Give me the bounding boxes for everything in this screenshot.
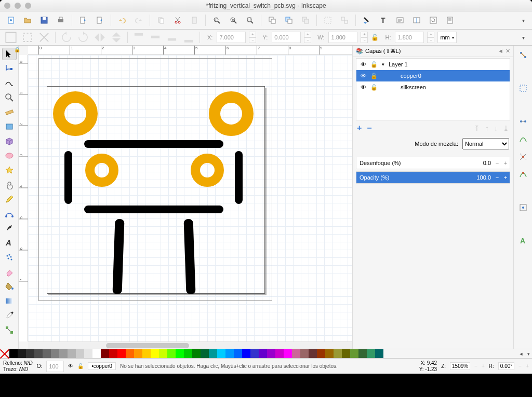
color-swatch[interactable] (59, 349, 68, 358)
rot-plus-button[interactable]: + (526, 363, 529, 369)
color-swatch[interactable] (217, 349, 225, 358)
ruler-horizontal[interactable]: 0123456789 (28, 46, 352, 55)
import-button[interactable] (76, 13, 90, 27)
color-swatch[interactable] (267, 349, 275, 358)
color-swatch[interactable] (176, 349, 184, 358)
color-swatch[interactable] (358, 349, 367, 358)
color-swatch[interactable] (9, 349, 18, 358)
color-swatch[interactable] (375, 349, 383, 358)
lock-status-icon[interactable]: 🔓 (77, 363, 84, 369)
bezier-tool[interactable] (2, 208, 17, 220)
redo-button[interactable] (132, 13, 145, 27)
node-tool[interactable] (2, 62, 17, 75)
w-input[interactable] (328, 32, 357, 43)
layer-lock-icon[interactable]: 🔓 (370, 61, 378, 68)
minimize-window-button[interactable] (15, 3, 21, 9)
layer-down-button[interactable]: ↓ (494, 124, 498, 132)
export-button[interactable] (93, 13, 107, 27)
swatch-none[interactable] (0, 349, 9, 359)
opacity-plus-button[interactable]: + (501, 174, 510, 181)
color-swatch[interactable] (68, 349, 76, 358)
rot-minus-button[interactable]: − (518, 363, 522, 369)
color-swatch[interactable] (367, 349, 375, 358)
layers-list[interactable]: 👁🔓▾Layer 1👁🔓copper0👁🔓silkscreen (356, 58, 510, 120)
color-swatch[interactable] (325, 349, 334, 358)
open-button[interactable] (21, 13, 34, 27)
3dbox-tool[interactable] (2, 135, 17, 147)
color-palette[interactable]: ◄ ▾ (0, 349, 532, 358)
palette-scroll-left[interactable]: ◄ (517, 349, 525, 358)
color-swatch[interactable] (309, 349, 317, 358)
color-swatch[interactable] (292, 349, 300, 358)
dropper-tool[interactable] (2, 309, 17, 322)
star-tool[interactable] (2, 164, 17, 176)
zoom-selection-button[interactable] (210, 13, 223, 27)
raise-button[interactable] (149, 31, 162, 44)
flip-h-button[interactable] (93, 31, 107, 44)
color-swatch[interactable] (101, 349, 109, 358)
layer-lock-icon[interactable]: 🔓 (370, 73, 378, 79)
color-swatch[interactable] (84, 349, 92, 358)
expand-icon[interactable]: ▾ (382, 62, 384, 67)
zoom-tool[interactable] (2, 91, 17, 104)
color-swatch[interactable] (300, 349, 309, 358)
snap-edge-button[interactable] (516, 167, 530, 182)
snap-nodes-button[interactable] (516, 114, 530, 129)
zoom-plus-button[interactable]: + (482, 363, 485, 369)
layer-lock-icon[interactable]: 🔓 (370, 84, 378, 91)
save-button[interactable] (37, 13, 51, 27)
ruler-vertical[interactable]: 01234567 (19, 55, 28, 341)
layer-row[interactable]: 👁🔓silkscreen (356, 81, 510, 93)
h-up[interactable]: + (427, 32, 434, 37)
snap-bbox-button[interactable] (516, 81, 530, 95)
flip-v-button[interactable] (110, 31, 123, 44)
blur-minus-button[interactable]: − (493, 160, 501, 166)
units-select[interactable]: mm▾ (437, 32, 456, 43)
y-input[interactable] (272, 32, 301, 43)
color-swatch[interactable] (117, 349, 126, 358)
pencil-tool[interactable] (2, 193, 17, 206)
blend-mode-select[interactable]: Normal (462, 138, 509, 149)
h-input[interactable] (395, 32, 424, 43)
opacity-status-input[interactable] (46, 361, 64, 372)
align-button[interactable] (410, 13, 423, 27)
opacity-minus-button[interactable]: − (493, 174, 501, 181)
color-swatch[interactable] (334, 349, 342, 358)
select-all-layers-button[interactable] (4, 31, 18, 44)
propbar-overflow-button[interactable]: ▾ (519, 35, 528, 40)
lower-button[interactable] (165, 31, 179, 44)
layer-row[interactable]: 👁🔓▾Layer 1 (356, 59, 510, 70)
cut-button[interactable] (171, 13, 184, 27)
remove-layer-button[interactable]: − (367, 124, 371, 133)
color-swatch[interactable] (92, 349, 101, 358)
x-up[interactable]: + (249, 32, 256, 37)
zoom-minus-button[interactable]: − (474, 363, 477, 369)
panel-close-button[interactable]: ✕ (506, 48, 510, 54)
color-swatch[interactable] (342, 349, 350, 358)
horizontal-scrollbar[interactable] (28, 341, 352, 349)
opacity-slider-row[interactable]: Opacity (%) 100.0 −+ (356, 171, 510, 184)
color-swatch[interactable] (167, 349, 176, 358)
rotate-ccw-button[interactable] (60, 31, 73, 44)
snap-intersect-button[interactable] (516, 149, 530, 164)
rotation-value[interactable]: 0.00° (498, 362, 514, 370)
text-input-tool[interactable]: A (2, 237, 17, 249)
color-swatch[interactable] (275, 349, 284, 358)
new-doc-button[interactable] (4, 13, 18, 27)
layer-row[interactable]: 👁🔓copper0 (356, 70, 510, 81)
color-swatch[interactable] (184, 349, 192, 358)
x-input[interactable] (217, 32, 246, 43)
color-swatch[interactable] (18, 349, 26, 358)
h-down[interactable]: − (427, 37, 434, 43)
gradient-tool[interactable] (2, 295, 17, 307)
horizontal-scrollbar-thumb[interactable] (106, 343, 189, 348)
unlink-clone-button[interactable] (299, 13, 312, 27)
fill-stroke-button[interactable] (360, 13, 374, 27)
color-swatch[interactable] (284, 349, 292, 358)
clone-button[interactable] (282, 13, 296, 27)
color-swatch[interactable] (317, 349, 325, 358)
color-swatch[interactable] (159, 349, 167, 358)
paint-bucket-tool[interactable] (2, 280, 17, 293)
measure-tool[interactable] (2, 106, 17, 118)
color-swatch[interactable] (192, 349, 201, 358)
